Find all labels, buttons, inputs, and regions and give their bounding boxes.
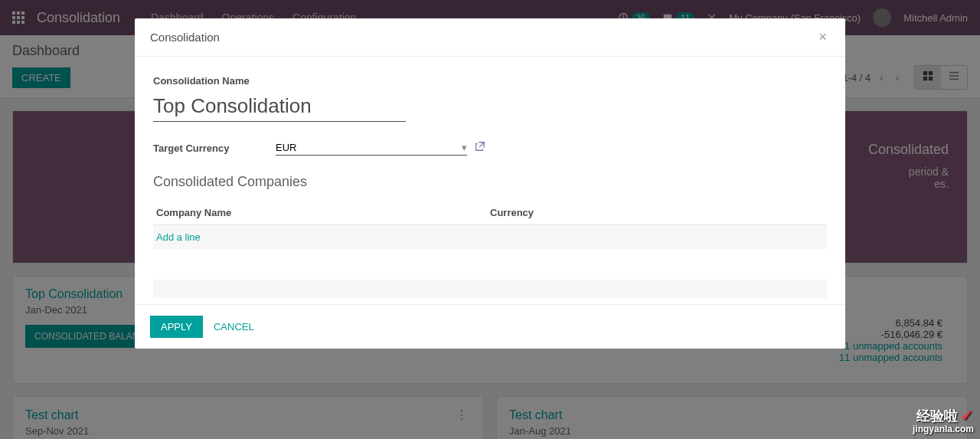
col-company-name: Company Name: [156, 207, 490, 218]
apply-button[interactable]: APPLY: [150, 316, 203, 338]
section-title: Consolidated Companies: [153, 174, 827, 190]
consolidation-name-input[interactable]: [153, 91, 406, 122]
currency-value: EUR: [276, 142, 296, 153]
currency-label: Target Currency: [153, 143, 245, 154]
currency-select[interactable]: EUR ▾: [276, 140, 467, 156]
watermark: 经验啦✓ jingyanla.com: [913, 407, 974, 434]
close-icon[interactable]: ×: [815, 29, 830, 45]
add-line-link[interactable]: Add a line: [156, 231, 201, 243]
watermark-text: 经验啦: [916, 408, 958, 424]
external-link-icon[interactable]: [475, 141, 485, 155]
check-icon: ✓: [961, 407, 974, 424]
table-row: Add a line: [153, 225, 827, 249]
watermark-url: jingyanla.com: [913, 424, 974, 434]
modal-overlay[interactable]: Consolidation × Consolidation Name Targe…: [0, 0, 980, 439]
col-currency: Currency: [490, 207, 824, 218]
modal-footer: APPLY CANCEL: [135, 304, 845, 349]
table-header: Company Name Currency: [153, 201, 827, 225]
name-label: Consolidation Name: [153, 75, 827, 87]
blank-row: [153, 280, 827, 298]
modal-title: Consolidation: [150, 31, 220, 44]
consolidation-modal: Consolidation × Consolidation Name Targe…: [135, 18, 845, 349]
caret-down-icon: ▾: [462, 142, 467, 153]
modal-header: Consolidation ×: [135, 18, 845, 57]
cancel-button[interactable]: CANCEL: [214, 321, 254, 333]
modal-body: Consolidation Name Target Currency EUR ▾…: [135, 57, 845, 304]
